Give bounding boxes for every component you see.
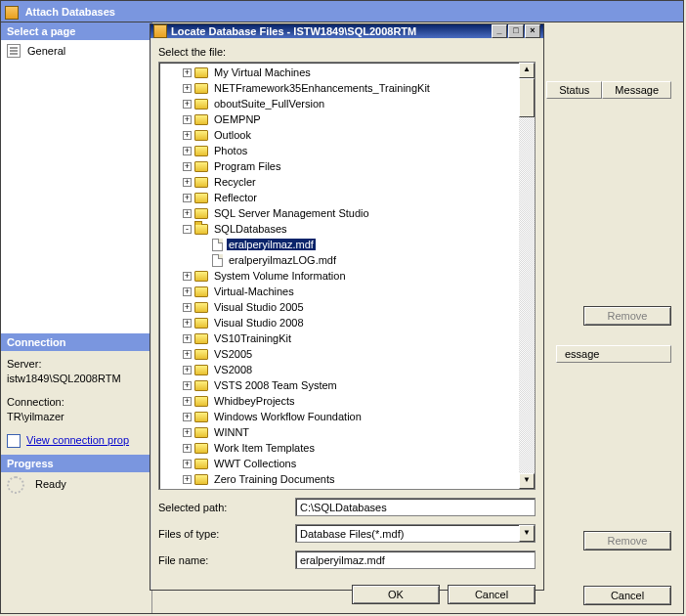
tree-folder[interactable]: +Outlook xyxy=(165,127,519,143)
scroll-thumb[interactable] xyxy=(519,78,535,117)
tree-folder[interactable]: +oboutSuite_FullVersion xyxy=(165,96,519,111)
tree-item-label[interactable]: VS2005 xyxy=(212,348,254,360)
tree-folder[interactable]: +SQL Server Management Studio xyxy=(165,205,519,221)
tree-folder[interactable]: +Visual Studio 2005 xyxy=(165,299,519,315)
tree-folder[interactable]: +Virtual-Machines xyxy=(165,284,519,299)
tree-item-label[interactable]: oboutSuite_FullVersion xyxy=(212,98,326,110)
tree-expander[interactable]: + xyxy=(183,366,192,374)
tree-expander[interactable]: + xyxy=(183,413,192,421)
tree-expander[interactable]: + xyxy=(183,444,192,453)
tree-expander[interactable]: + xyxy=(183,68,192,77)
tree-item-label[interactable]: eralperyilmazLOG.mdf xyxy=(227,254,338,266)
col-message[interactable]: Message xyxy=(602,81,671,99)
col-status[interactable]: Status xyxy=(546,81,602,99)
tree-item-label[interactable]: VSTS 2008 Team System xyxy=(212,379,339,391)
tree-folder[interactable]: +VS2005 xyxy=(165,346,519,362)
tree-item-label[interactable]: VS2008 xyxy=(212,364,254,375)
tree-expander[interactable]: + xyxy=(183,460,192,468)
tree-file[interactable]: +eralperyilmazLOG.mdf xyxy=(165,252,519,268)
tree-folder[interactable]: +Recycler xyxy=(165,174,519,190)
dialog-title-bar[interactable]: Locate Database Files - ISTW1849\SQL2008… xyxy=(150,24,543,38)
tree-item-label[interactable]: OEMPNP xyxy=(212,113,263,125)
tree-item-label[interactable]: System Volume Information xyxy=(212,270,348,282)
tree-expander[interactable]: + xyxy=(183,319,192,328)
tree-item-label[interactable]: SQLDatabases xyxy=(212,223,289,235)
close-button[interactable]: × xyxy=(525,24,540,38)
tree-folder[interactable]: +Visual Studio 2008 xyxy=(165,315,519,330)
tree-item-label[interactable]: Photos xyxy=(212,145,249,156)
tree-folder[interactable]: +WWT Collections xyxy=(165,456,519,471)
tree-folder[interactable]: +Work Item Templates xyxy=(165,440,519,456)
tree-expander[interactable]: + xyxy=(183,115,192,124)
tree-expander[interactable]: + xyxy=(183,209,192,218)
tree-expander[interactable]: - xyxy=(183,225,192,234)
tree-folder[interactable]: +VS2008 xyxy=(165,362,519,377)
tree-folder[interactable]: +Program Files xyxy=(165,158,519,174)
tree-folder[interactable]: +Windows Workflow Foundation xyxy=(165,409,519,424)
ok-button[interactable]: OK xyxy=(352,585,440,604)
tree-folder[interactable]: +VSTS 2008 Team System xyxy=(165,377,519,393)
tree-expander[interactable]: + xyxy=(183,428,192,437)
tree-item-label[interactable]: Visual Studio 2005 xyxy=(212,301,306,313)
vertical-scrollbar[interactable]: ▲ ▼ xyxy=(519,63,535,489)
tree-item-label[interactable]: My Virtual Machines xyxy=(212,66,313,78)
tree-file[interactable]: +eralperyilmaz.mdf xyxy=(165,237,519,252)
tree-expander[interactable]: + xyxy=(183,100,192,109)
tree-item-label[interactable]: Virtual-Machines xyxy=(212,286,296,297)
tree-expander[interactable]: + xyxy=(183,475,192,484)
tree-item-label[interactable]: Recycler xyxy=(212,176,258,188)
tree-item-label[interactable]: WhidbeyProjects xyxy=(212,395,297,407)
cancel-button[interactable]: Cancel xyxy=(448,585,536,604)
view-connection-properties-link[interactable]: View connection prop xyxy=(26,434,129,446)
cancel-button-back[interactable]: Cancel xyxy=(583,586,671,605)
tree-expander[interactable]: + xyxy=(183,194,192,202)
tree-folder[interactable]: +WINNT xyxy=(165,424,519,440)
tree-item-label[interactable]: NETFramework35Enhancements_TrainingKit xyxy=(212,82,432,94)
tree-item-label[interactable]: eralperyilmaz.mdf xyxy=(227,239,316,250)
tree-item-label[interactable]: Visual Studio 2008 xyxy=(212,317,306,329)
tree-expander[interactable]: + xyxy=(183,162,192,171)
tree-item-label[interactable]: Work Item Templates xyxy=(212,442,317,454)
chevron-down-icon[interactable]: ▼ xyxy=(519,525,535,542)
remove-button-2[interactable]: Remove xyxy=(583,531,671,550)
tree-expander[interactable]: + xyxy=(183,350,192,359)
tree-folder[interactable]: +NETFramework35Enhancements_TrainingKit xyxy=(165,80,519,96)
tree-item-label[interactable]: Reflector xyxy=(212,192,259,203)
tree-folder[interactable]: +Photos xyxy=(165,143,519,158)
tree-expander[interactable]: + xyxy=(183,131,192,140)
tree-item-label[interactable]: Outlook xyxy=(212,129,253,141)
tree-folder[interactable]: +My Virtual Machines xyxy=(165,65,519,80)
tree-item-label[interactable]: Program Files xyxy=(212,160,282,172)
tree-folder[interactable]: +Reflector xyxy=(165,190,519,205)
tree-expander[interactable]: + xyxy=(183,272,192,281)
tree-item-label[interactable]: Windows Workflow Foundation xyxy=(212,411,364,422)
scroll-track[interactable] xyxy=(519,78,535,473)
tree-item-label[interactable]: WWT Collections xyxy=(212,458,298,469)
selected-path-input[interactable] xyxy=(295,498,536,516)
tree-folder[interactable]: +OEMPNP xyxy=(165,111,519,127)
tree-expander[interactable]: + xyxy=(183,397,192,406)
tree-expander[interactable]: + xyxy=(183,303,192,312)
remove-button-1[interactable]: Remove xyxy=(583,306,671,326)
file-name-input[interactable] xyxy=(295,550,536,569)
files-type-combo[interactable] xyxy=(295,524,536,543)
tree-folder[interactable]: +WhidbeyProjects xyxy=(165,393,519,409)
tree-expander[interactable]: + xyxy=(183,84,192,93)
tree-folder[interactable]: +Zero Training Documents xyxy=(165,471,519,487)
tree-expander[interactable]: + xyxy=(183,381,192,390)
file-tree[interactable]: +My Virtual Machines+NETFramework35Enhan… xyxy=(159,63,519,489)
tree-item-label[interactable]: Zero Training Documents xyxy=(212,473,337,485)
tree-expander[interactable]: + xyxy=(183,334,192,343)
tree-item-label[interactable]: VS10TrainingKit xyxy=(212,332,293,344)
tree-expander[interactable]: + xyxy=(183,147,192,155)
scroll-up-button[interactable]: ▲ xyxy=(519,63,535,78)
tree-item-label[interactable]: WINNT xyxy=(212,426,251,438)
tree-expander[interactable]: + xyxy=(183,178,192,187)
tree-folder[interactable]: -SQLDatabases xyxy=(165,221,519,237)
minimize-button[interactable]: _ xyxy=(492,24,507,38)
col-message-2[interactable]: essage xyxy=(556,345,671,363)
tree-folder[interactable]: +System Volume Information xyxy=(165,268,519,284)
scroll-down-button[interactable]: ▼ xyxy=(519,473,535,489)
tree-folder[interactable]: +VS10TrainingKit xyxy=(165,330,519,346)
page-general[interactable]: General xyxy=(1,40,151,333)
